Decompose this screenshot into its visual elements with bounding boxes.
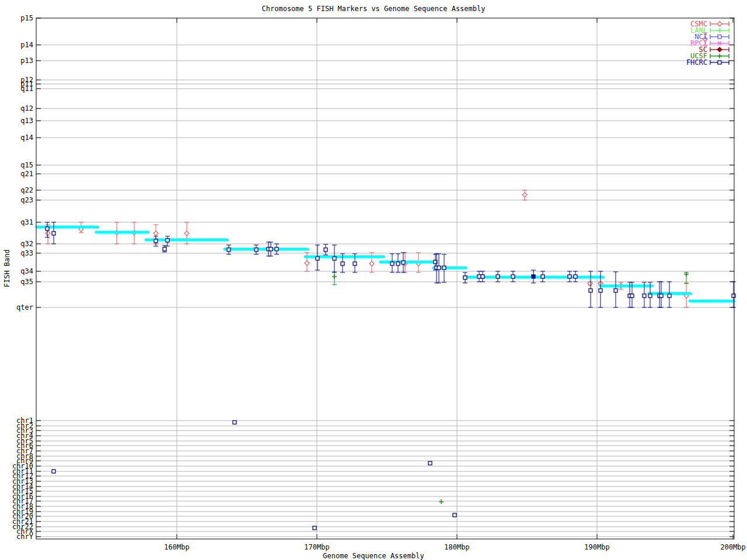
y-tick-label: q15	[20, 162, 33, 169]
marker-square	[463, 276, 467, 279]
marker-square	[333, 257, 336, 260]
y-tick-label: q32	[20, 240, 33, 247]
marker-square	[568, 275, 571, 278]
marker-square	[659, 294, 663, 298]
marker-square	[511, 275, 515, 278]
x-tick-label: 200Mbp	[720, 544, 745, 551]
marker-square	[163, 247, 166, 251]
y-tick-label: p15	[20, 15, 33, 22]
marker-square	[324, 248, 327, 251]
marker-square	[643, 294, 646, 298]
marker-square	[614, 289, 617, 292]
marker-diamond	[717, 22, 722, 26]
y-tick-label: q35	[20, 278, 33, 285]
marker-square	[442, 266, 446, 270]
x-tick-label: 170Mbp	[304, 544, 329, 551]
marker-square	[154, 239, 158, 243]
marker-square	[574, 275, 577, 278]
marker-square	[648, 294, 652, 298]
y-tick-label: q14	[20, 134, 33, 141]
y-tick-label: p13	[20, 57, 33, 64]
marker-square	[437, 266, 441, 270]
marker-square	[254, 248, 258, 251]
marker-square	[46, 227, 49, 230]
marker-diamond	[369, 261, 374, 266]
x-tick-label: 190Mbp	[584, 544, 609, 551]
marker-square	[316, 257, 319, 260]
marker-square	[396, 262, 400, 265]
marker-square	[52, 232, 55, 235]
marker-square	[227, 248, 231, 251]
y-tick-label: p14	[20, 41, 33, 48]
marker-square	[532, 275, 535, 278]
marker-square	[428, 461, 432, 465]
marker-square	[313, 526, 316, 530]
y-tick-label: q13	[20, 117, 33, 124]
marker-square	[718, 61, 721, 64]
marker-square	[668, 294, 671, 298]
fish-marker-chart: Chromosome 5 FISH Markers vs Genome Sequ…	[0, 0, 747, 560]
y-tick-label: q12	[20, 105, 33, 112]
y-tick-label: q22	[20, 187, 33, 194]
marker-square	[630, 294, 634, 298]
marker-square	[453, 513, 456, 517]
marker-square	[52, 470, 55, 473]
marker-diamond	[46, 231, 50, 236]
y-tick-label: q31	[20, 219, 33, 226]
y-tick-label: chrY	[16, 533, 33, 540]
marker-square	[390, 262, 394, 265]
marker-diamond	[153, 231, 158, 236]
marker-square	[732, 294, 735, 298]
marker-square	[402, 261, 405, 264]
marker-diamond	[717, 47, 722, 52]
y-tick-label: q23	[20, 197, 33, 204]
x-tick-label: 160Mbp	[164, 544, 189, 551]
marker-square	[166, 239, 169, 242]
marker-diamond	[184, 231, 189, 236]
legend-label-fhcrc: FHCRC	[686, 59, 707, 66]
y-tick-label: q34	[20, 268, 33, 275]
marker-diamond	[522, 192, 527, 197]
marker-square	[718, 35, 721, 38]
marker-square	[589, 289, 592, 292]
marker-square	[353, 262, 357, 265]
y-tick-label: qter	[16, 304, 33, 311]
marker-square	[233, 421, 236, 424]
marker-diamond	[305, 261, 309, 265]
marker-square	[341, 262, 344, 265]
marker-square	[541, 275, 544, 278]
marker-square	[481, 275, 484, 278]
plot-canvas	[0, 0, 747, 560]
marker-square	[275, 247, 278, 251]
y-tick-label: q11	[20, 85, 33, 92]
y-tick-label: q33	[20, 250, 33, 257]
marker-square	[269, 247, 273, 251]
y-tick-label: q21	[20, 170, 33, 177]
marker-square	[599, 289, 602, 292]
marker-square	[496, 275, 500, 278]
x-tick-label: 180Mbp	[444, 544, 469, 551]
marker-square	[477, 275, 481, 278]
